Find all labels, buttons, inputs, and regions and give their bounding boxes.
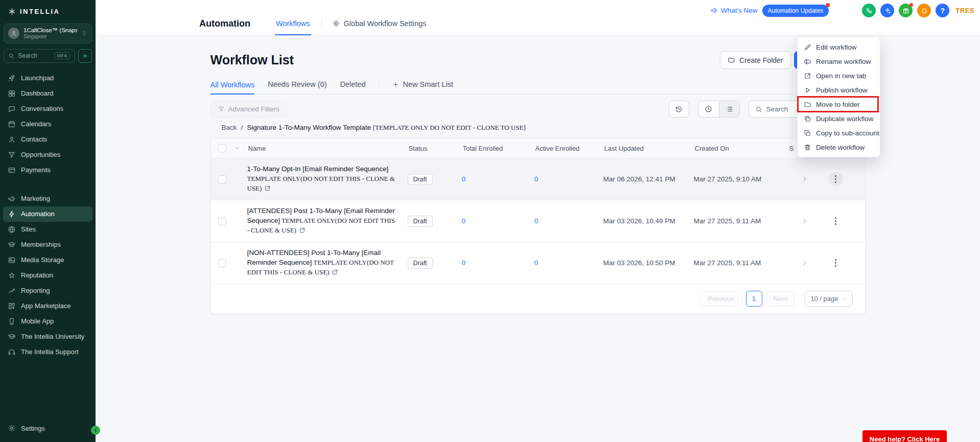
- total-enrolled-link[interactable]: 0: [462, 217, 466, 225]
- sidebar-item-mobile-app[interactable]: Mobile App: [0, 314, 96, 329]
- menu-item-open-new-tab[interactable]: Open in new tab: [798, 68, 880, 83]
- row-checkbox[interactable]: [218, 259, 226, 267]
- expand-row-button[interactable]: [801, 218, 808, 225]
- avatar: [8, 28, 19, 39]
- funnel-icon: [8, 151, 16, 159]
- sidebar-bottom: Settings: [0, 417, 96, 442]
- sidebar-item-dashboard[interactable]: Dashboard: [0, 86, 96, 101]
- sidebar-item-automation[interactable]: Automation: [3, 206, 92, 222]
- tab-workflows[interactable]: Workflows: [275, 12, 311, 35]
- rewards-button[interactable]: [899, 4, 913, 17]
- sidebar-item-contacts[interactable]: Contacts: [0, 132, 96, 147]
- open-workflow-icon[interactable]: [264, 185, 271, 192]
- whats-new-link[interactable]: What's New: [710, 7, 758, 14]
- create-folder-button[interactable]: Create Folder: [720, 51, 791, 69]
- sidebar-item-app-marketplace[interactable]: App Marketplace: [0, 298, 96, 314]
- last-updated-value: Mar 03 2026, 10:50 PM: [603, 259, 694, 267]
- expand-row-button[interactable]: [801, 260, 808, 267]
- need-help-button[interactable]: Need help? Click Here: [862, 430, 947, 442]
- sidebar-item-sites[interactable]: Sites: [0, 222, 96, 237]
- total-enrolled-link[interactable]: 0: [462, 259, 466, 267]
- rocket-icon: [8, 74, 16, 82]
- expand-row-button[interactable]: [801, 176, 808, 183]
- topbar: Automation Workflows Global Workflow Set…: [96, 0, 980, 36]
- sidebar-item-reputation[interactable]: Reputation: [0, 268, 96, 283]
- global-workflow-settings-link[interactable]: Global Workflow Settings: [332, 19, 427, 28]
- sidebar-item-launchpad[interactable]: Launchpad: [0, 71, 96, 86]
- active-enrolled-link[interactable]: 0: [534, 217, 539, 225]
- chevron-down-icon[interactable]: [234, 145, 247, 151]
- open-workflow-icon[interactable]: [332, 269, 338, 275]
- topbar-icon-buttons: ?: [862, 4, 949, 17]
- sidebar-item-reporting[interactable]: Reporting: [0, 283, 96, 298]
- menu-item-edit-workflow[interactable]: Edit workflow: [798, 40, 880, 54]
- row-menu-button[interactable]: [829, 214, 843, 228]
- menu-item-publish-workflow[interactable]: Publish workflow: [798, 83, 880, 97]
- breadcrumb-back-link[interactable]: Back: [222, 124, 237, 131]
- quick-add-button[interactable]: [78, 49, 92, 63]
- menu-item-rename-workflow[interactable]: Rename workflow: [798, 54, 880, 68]
- menu-item-delete-workflow[interactable]: Delete workflow: [798, 140, 880, 154]
- list-view-button[interactable]: [719, 101, 739, 117]
- sidebar-search-row: Search ctrl K: [4, 49, 92, 63]
- image-icon: [8, 256, 16, 264]
- chat-icon: [8, 105, 16, 113]
- phone-button[interactable]: [862, 4, 876, 17]
- tab-needs-review[interactable]: Needs Review (0): [268, 80, 326, 94]
- total-enrolled-link[interactable]: 0: [462, 175, 466, 183]
- sidebar-item-support[interactable]: The Intellia Support: [0, 344, 96, 360]
- sidebar-collapse-button[interactable]: [91, 426, 100, 435]
- enrollment-history-button[interactable]: [669, 101, 689, 118]
- status-badge: Draft: [408, 258, 433, 269]
- row-menu-button[interactable]: [829, 256, 843, 270]
- help-icon-button[interactable]: ?: [936, 4, 949, 17]
- select-all-checkbox[interactable]: [218, 144, 226, 152]
- sidebar-search-input[interactable]: Search ctrl K: [4, 49, 75, 63]
- table-row[interactable]: [NON-ATTENDEES] Post 1-To-Many [Email Re…: [211, 242, 865, 284]
- next-page-button[interactable]: Next: [766, 291, 795, 306]
- sidebar-item-opportunities[interactable]: Opportunities: [0, 147, 96, 162]
- row-checkbox[interactable]: [218, 217, 226, 225]
- sidebar-item-marketing[interactable]: Marketing: [0, 191, 96, 206]
- sidebar-item-media-storage[interactable]: Media Storage: [0, 252, 96, 268]
- menu-item-move-to-folder[interactable]: Move to folder: [798, 97, 880, 111]
- table-row[interactable]: 1-To-Many Opt-In [Email Reminder Sequenc…: [211, 158, 865, 200]
- timeline-view-button[interactable]: [698, 101, 719, 117]
- menu-item-duplicate-workflow[interactable]: Duplicate workflow: [798, 111, 880, 126]
- open-workflow-icon[interactable]: [299, 227, 306, 234]
- logo-text: INTELLIA: [20, 8, 60, 15]
- sidebar-item-university[interactable]: The Intellia University: [0, 329, 96, 344]
- filters-row: Advanced Filters Search: [211, 101, 866, 118]
- sidebar-item-payments[interactable]: Payments: [0, 162, 96, 178]
- sidebar-item-settings[interactable]: Settings: [0, 421, 96, 436]
- list-icon: [726, 105, 733, 113]
- search-icon: [8, 53, 14, 59]
- table-row[interactable]: [ATTENDEES] Post 1-To-Many [Email Remind…: [211, 200, 865, 242]
- active-enrolled-link[interactable]: 0: [534, 175, 539, 183]
- sidebar-item-conversations[interactable]: Conversations: [0, 101, 96, 117]
- wand-button[interactable]: [880, 4, 894, 17]
- column-header-created-on: Created On: [694, 145, 784, 152]
- page-size-select[interactable]: 10 / page: [805, 291, 852, 307]
- tab-all-workflows[interactable]: All Workflows: [211, 81, 255, 95]
- previous-page-button[interactable]: Previous: [701, 291, 742, 306]
- row-checkbox[interactable]: [218, 175, 226, 183]
- workflow-name: 1-To-Many Opt-In [Email Reminder Sequenc…: [247, 165, 408, 194]
- active-enrolled-link[interactable]: 0: [534, 259, 539, 267]
- kebab-menu-icon: [835, 217, 837, 225]
- clock-icon: [705, 105, 712, 113]
- column-header-status: Status: [408, 145, 462, 152]
- new-smart-list-button[interactable]: New Smart List: [392, 80, 453, 94]
- account-switcher[interactable]: 1CallClose™ (Snaps... Singapore: [4, 24, 92, 43]
- row-menu-button[interactable]: [829, 172, 843, 187]
- sidebar-item-calendars[interactable]: Calendars: [0, 117, 96, 132]
- automation-updates-badge[interactable]: Automation Updates: [762, 5, 829, 17]
- divider: [321, 18, 322, 29]
- notifications-button[interactable]: [917, 4, 931, 17]
- page-number[interactable]: 1: [746, 291, 762, 307]
- bell-icon: [921, 7, 928, 14]
- sidebar-item-memberships[interactable]: Memberships: [0, 237, 96, 252]
- advanced-filters-button[interactable]: Advanced Filters: [211, 101, 288, 118]
- menu-item-copy-to-sub-account[interactable]: Copy to sub-account: [798, 126, 880, 140]
- tab-deleted[interactable]: Deleted: [340, 80, 366, 94]
